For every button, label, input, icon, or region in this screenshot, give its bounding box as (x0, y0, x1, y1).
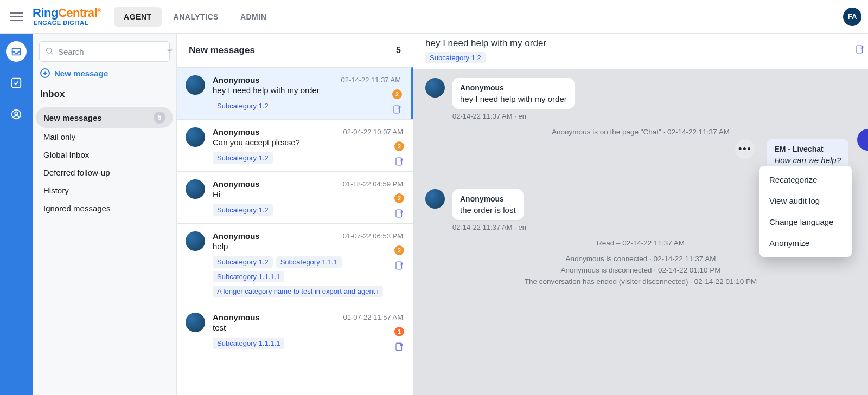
thread-item[interactable]: Anonymous02-14-22 11:37 AMhey I need hel… (177, 67, 413, 119)
thread-timestamp: 02-04-22 10:07 AM (343, 128, 403, 136)
svg-point-3 (47, 48, 52, 53)
thread-tag[interactable]: Subcategory 1.2 (213, 256, 273, 268)
conversation-panel: hey I need help with my order Subcategor… (413, 34, 868, 395)
menu-item[interactable]: Recategorize (760, 169, 852, 190)
thread-item[interactable]: Anonymous01-07-22 11:57 AMtestSubcategor… (177, 305, 413, 357)
avatar (186, 75, 205, 95)
thread-name: Anonymous (213, 179, 260, 189)
inbox-heading: Inbox (33, 87, 176, 107)
message-row: Anonymoushey I need help with my order (425, 78, 856, 109)
thread-timestamp: 01-07-22 06:53 PM (343, 232, 403, 240)
nav-tabs: AGENT ANALYTICS ADMIN (114, 7, 276, 27)
priority-badge: 2 (394, 245, 404, 255)
channel-icon (392, 105, 402, 116)
message-text: the order is lost (460, 205, 516, 215)
svg-point-2 (15, 112, 18, 115)
folder-item[interactable]: Mail only (36, 128, 173, 146)
thread-item[interactable]: Anonymous02-04-22 10:07 AMCan you accept… (177, 119, 413, 171)
folder-label: Mail only (43, 132, 75, 141)
menu-item[interactable]: Change language (760, 211, 852, 232)
new-message-button[interactable]: + New message (33, 67, 176, 87)
folder-label: Global Inbox (43, 150, 89, 159)
folder-label: History (43, 186, 69, 195)
thread-name: Anonymous (213, 127, 260, 137)
folder-item[interactable]: New messages5 (36, 107, 173, 128)
folder-label: Deferred follow-up (43, 168, 110, 177)
channel-icon (394, 209, 404, 220)
thread-preview: Can you accept please? (213, 138, 403, 147)
message-author: EM - Livechat (774, 145, 841, 153)
folder-item[interactable]: Deferred follow-up (36, 164, 173, 182)
thread-preview: hey I need help with my order (213, 86, 401, 95)
message-text: How can we help? (774, 156, 841, 165)
folder-list: New messages5Mail onlyGlobal InboxDeferr… (33, 107, 176, 217)
thread-tag[interactable]: Subcategory 1.1.1.1 (213, 338, 284, 349)
message-bubble[interactable]: Anonymoushey I need help with my order (452, 78, 575, 109)
message-author: Anonymous (460, 83, 567, 92)
conversation-title: hey I need help with my order (425, 38, 856, 49)
thread-tag[interactable]: Subcategory 1.1.1.1 (213, 271, 284, 282)
conversation-header: hey I need help with my order Subcategor… (413, 34, 868, 69)
channel-icon[interactable] (855, 44, 865, 56)
tab-agent[interactable]: AGENT (114, 7, 162, 27)
tab-analytics[interactable]: ANALYTICS (164, 7, 228, 27)
channel-icon (394, 157, 404, 168)
thread-preview: test (213, 323, 403, 332)
user-avatar[interactable]: FA (843, 8, 861, 26)
avatar (186, 127, 205, 147)
thread-item[interactable]: Anonymous01-07-22 06:53 PMhelpSubcategor… (177, 223, 413, 305)
svg-rect-0 (12, 79, 21, 88)
thread-list-count: 5 (396, 46, 401, 55)
folder-item[interactable]: History (36, 182, 173, 199)
folder-label: New messages (43, 113, 102, 122)
rail-people-icon[interactable] (6, 104, 27, 125)
thread-list[interactable]: Anonymous02-14-22 11:37 AMhey I need hel… (177, 67, 413, 395)
system-message: Anonymous is on the page "Chat" · 02-14-… (425, 128, 856, 136)
message-meta: 02-14-22 11:37 AM · en (452, 112, 856, 120)
thread-name: Anonymous (213, 75, 260, 85)
thread-tag[interactable]: Subcategory 1.2 (213, 152, 273, 164)
avatar (425, 78, 445, 98)
thread-preview: Hi (213, 190, 403, 199)
menu-item[interactable]: View audit log (760, 190, 852, 211)
search-input[interactable] (58, 47, 161, 56)
folder-item[interactable]: Global Inbox (36, 146, 173, 164)
avatar (186, 313, 205, 332)
folder-count: 5 (154, 112, 165, 124)
filter-icon[interactable] (165, 47, 174, 57)
topbar: RingCentral® ENGAGE DIGITAL AGENT ANALYT… (0, 0, 868, 34)
channel-icon (394, 261, 404, 272)
thread-list-column: New messages 5 Anonymous02-14-22 11:37 A… (177, 34, 413, 395)
message-author: Anonymous (460, 195, 516, 203)
thread-tag[interactable]: A longer category name to test in export… (213, 286, 383, 297)
avatar (186, 179, 205, 199)
plus-icon: + (40, 68, 50, 78)
message-actions-button[interactable]: ••• (735, 139, 755, 159)
priority-badge: 2 (394, 141, 404, 151)
context-menu[interactable]: RecategorizeView audit logChange languag… (760, 166, 852, 257)
system-message: The conversation has ended (visitor disc… (425, 277, 856, 286)
left-rail (0, 34, 33, 395)
brand-logo: RingCentral® ENGAGE DIGITAL (33, 7, 101, 26)
new-message-label: New message (54, 69, 108, 78)
thread-tag[interactable]: Subcategory 1.2 (213, 204, 273, 216)
priority-badge: 1 (394, 327, 404, 336)
thread-timestamp: 01-07-22 11:57 AM (343, 313, 403, 321)
folder-item[interactable]: Ignored messages (36, 199, 173, 217)
message-bubble[interactable]: Anonymousthe order is lost (452, 189, 524, 220)
tab-admin[interactable]: ADMIN (231, 7, 276, 27)
rail-inbox-icon[interactable] (6, 41, 27, 62)
search-input-wrap[interactable] (39, 41, 170, 62)
thread-name: Anonymous (213, 313, 260, 322)
thread-preview: help (213, 242, 403, 251)
conversation-tag[interactable]: Subcategory 1.2 (425, 52, 486, 63)
hamburger-icon[interactable] (10, 12, 23, 21)
thread-tag[interactable]: Subcategory 1.2 (213, 100, 273, 112)
priority-badge: 2 (394, 193, 404, 203)
message-text: hey I need help with my order (460, 94, 567, 103)
menu-item[interactable]: Anonymize (760, 232, 852, 254)
rail-check-icon[interactable] (6, 73, 27, 93)
thread-tag[interactable]: Subcategory 1.1.1 (276, 256, 342, 268)
thread-item[interactable]: Anonymous01-18-22 04:59 PMHiSubcategory … (177, 171, 413, 223)
thread-list-title: New messages (189, 45, 255, 56)
